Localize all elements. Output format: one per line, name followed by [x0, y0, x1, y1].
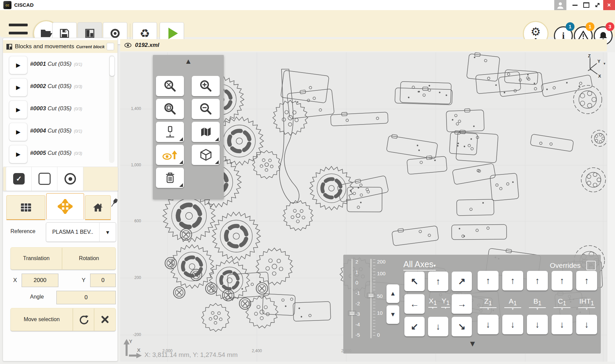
view-orientation-widget[interactable]: Z Y X ▾ — [585, 54, 607, 78]
axis-z-label: Z — [588, 54, 591, 58]
zoom-in-button[interactable] — [192, 76, 220, 96]
resize-button[interactable] — [592, 0, 603, 10]
jog-c-down-button[interactable]: ↓ — [552, 315, 572, 334]
tab-table[interactable] — [6, 195, 45, 220]
torch-height-icon — [164, 126, 176, 138]
palette-collapse-button[interactable]: ▲ — [181, 57, 196, 66]
jog-left-button[interactable]: ← — [404, 294, 425, 314]
jog-collapse-button[interactable]: ▼ — [464, 339, 481, 348]
jog-down-left-button[interactable]: ↙ — [404, 317, 425, 336]
orientation-dropdown-icon[interactable]: ▾ — [604, 61, 606, 66]
blocks-scrollbar[interactable] — [109, 55, 114, 163]
zoom-out-button[interactable] — [192, 99, 220, 119]
tab-move[interactable] — [46, 193, 84, 219]
feed-override-slider[interactable] — [351, 259, 353, 338]
axis-a-label[interactable]: A1 — [504, 297, 521, 308]
axis-iht-label[interactable]: IHT1 — [578, 297, 595, 308]
view-3d-button[interactable] — [192, 145, 220, 165]
step-up-button[interactable]: ▲ — [386, 284, 399, 303]
map-overview-button[interactable] — [192, 122, 220, 142]
axis-x-label: X — [598, 74, 601, 78]
pin-panel-button[interactable] — [110, 197, 119, 210]
close-button[interactable]: × — [603, 0, 615, 10]
save-icon — [59, 28, 70, 39]
translation-button[interactable]: Translation — [10, 247, 62, 270]
cancel-move-button[interactable] — [94, 308, 116, 331]
triangle-up-icon: ▲ — [185, 57, 192, 66]
current-block-checkbox[interactable] — [107, 43, 114, 50]
cube-icon — [199, 148, 212, 161]
expand-block-button[interactable]: ▶ — [9, 56, 27, 74]
step-down-button[interactable]: ▼ — [386, 305, 399, 324]
x-axis-tick: 2,400 — [247, 348, 267, 353]
jog-up-button[interactable]: ↑ — [428, 272, 448, 291]
zoom-out-icon — [199, 102, 213, 116]
jog-down-button[interactable]: ↓ — [428, 317, 448, 336]
select-all-button[interactable]: ✓ — [6, 167, 32, 191]
move-selection-button[interactable]: Move selection — [10, 308, 73, 331]
jog-right-button[interactable]: → — [452, 294, 472, 314]
reference-label: Reference — [10, 228, 35, 234]
axis-x1-caret: ▾ — [428, 306, 437, 310]
rotation-button[interactable]: Rotation — [62, 247, 116, 270]
expand-block-button[interactable]: ▶ — [9, 101, 27, 119]
feed-slider-tick: -2 — [355, 301, 360, 306]
jog-b-down-button[interactable]: ↓ — [527, 315, 548, 334]
axis-z-label[interactable]: Z1 — [480, 297, 497, 308]
x-input[interactable]: 2000 — [22, 274, 58, 287]
jog-a-up-button[interactable]: ↑ — [502, 271, 523, 290]
block-progress: (0/3) — [74, 151, 82, 156]
jog-z-up-button[interactable]: ↑ — [478, 271, 499, 290]
axis-c-label[interactable]: C1 — [554, 297, 570, 308]
maximize-button[interactable] — [581, 0, 591, 10]
jog-iht-up-button[interactable]: ↑ — [576, 271, 597, 290]
feed-slider-handle[interactable] — [348, 311, 356, 316]
block-row: ▶ #0005 Cut (035)(0/3) — [3, 145, 117, 163]
tab-home[interactable] — [85, 195, 111, 220]
eye-icon[interactable] — [124, 43, 132, 48]
select-none-button[interactable] — [31, 167, 58, 191]
jog-panel: 210-1-2-3-4-520010050100 ▲ ▼ All Axes▾ ↖… — [343, 255, 601, 354]
block-type: Cut (035) — [48, 105, 72, 112]
jog-iht-down-button[interactable]: ↓ — [576, 315, 597, 334]
jog-up-left-button[interactable]: ↖ — [404, 272, 425, 291]
jog-b-up-button[interactable]: ↑ — [527, 271, 548, 290]
expand-block-button[interactable]: ▶ — [9, 78, 27, 96]
block-row: ▶ #0004 Cut (035)(0/1) — [3, 123, 117, 140]
y-input[interactable]: 0 — [90, 274, 116, 287]
scrollbar-thumb[interactable] — [109, 56, 115, 76]
select-current-button[interactable] — [57, 167, 83, 191]
canvas-right-scrollbar[interactable] — [607, 52, 615, 362]
block-row: ▶ #0001 Cut (035)(0/1) — [3, 56, 117, 74]
zoom-window-button[interactable] — [156, 99, 184, 119]
home-icon — [92, 202, 103, 213]
refresh-button[interactable] — [73, 308, 94, 331]
expand-block-button[interactable]: ▶ — [9, 145, 27, 163]
angle-input[interactable]: 0 — [56, 291, 116, 304]
minimize-button[interactable] — [570, 0, 580, 10]
arrow-down-icon: ↓ — [436, 321, 440, 332]
step-slider[interactable] — [370, 259, 372, 338]
view-from-top-button[interactable] — [156, 145, 184, 165]
step-slider-handle[interactable] — [367, 293, 375, 298]
torch-height-button[interactable] — [156, 122, 184, 142]
checkbox-empty-icon — [38, 173, 51, 185]
jog-down-right-button[interactable]: ↘ — [452, 317, 472, 336]
overrides-checkbox[interactable] — [586, 261, 596, 270]
user-avatar[interactable] — [554, 0, 566, 10]
axis-b-label[interactable]: B1 — [529, 297, 546, 308]
zoom-extents-button[interactable] — [156, 76, 184, 96]
all-axes-dropdown[interactable]: All Axes▾ — [403, 259, 436, 271]
reference-dropdown[interactable]: PLASMA 1 BEV.. ▼ — [46, 222, 116, 242]
svg-text:Y: Y — [129, 338, 132, 344]
expand-block-button[interactable]: ▶ — [9, 123, 27, 141]
zoom-window-icon — [163, 102, 177, 116]
current-block-label: Current block — [76, 44, 105, 49]
jog-c-up-button[interactable]: ↑ — [552, 271, 572, 290]
jog-a-down-button[interactable]: ↓ — [502, 315, 523, 334]
delete-button[interactable] — [156, 168, 184, 188]
jog-z-down-button[interactable]: ↓ — [478, 315, 499, 334]
refresh-icon — [79, 314, 89, 325]
jog-up-right-button[interactable]: ↗ — [452, 272, 472, 291]
ciscad-window: { "window": { "title": "CISCAD", "logo_t… — [0, 0, 615, 364]
